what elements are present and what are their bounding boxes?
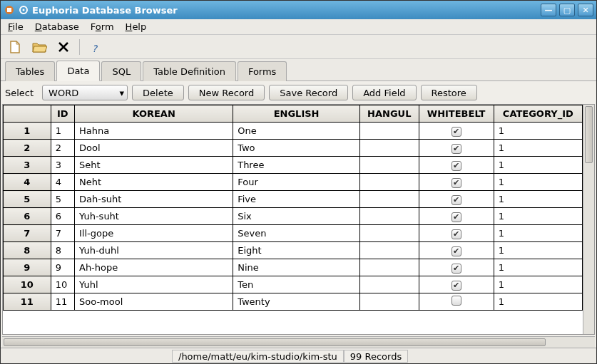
cell-whitebelt[interactable]: ✔: [419, 225, 494, 242]
close-button[interactable]: ✕: [578, 4, 593, 16]
row-number[interactable]: 9: [4, 259, 51, 276]
row-number[interactable]: 11: [4, 293, 51, 311]
cell-english[interactable]: Four: [233, 174, 360, 191]
cell-whitebelt[interactable]: ✔: [419, 174, 494, 191]
checkbox-icon[interactable]: ✔: [451, 144, 461, 154]
cell-whitebelt[interactable]: ✔: [419, 208, 494, 225]
table-row[interactable]: 22DoolTwo✔1: [4, 140, 583, 157]
cell-korean[interactable]: Ah-hope: [74, 259, 233, 276]
restore-button[interactable]: Restore: [421, 85, 477, 100]
vertical-scrollbar[interactable]: [583, 105, 594, 334]
row-number[interactable]: 3: [4, 157, 51, 174]
cell-english[interactable]: Twenty: [233, 293, 360, 311]
checkbox-icon[interactable]: [451, 296, 461, 306]
tab-sql[interactable]: SQL: [101, 61, 141, 81]
cell-category[interactable]: 1: [494, 242, 582, 259]
tab-tabledef[interactable]: Table Definition: [143, 61, 236, 81]
cell-id[interactable]: 11: [51, 293, 74, 311]
cell-english[interactable]: Seven: [233, 225, 360, 242]
row-number[interactable]: 8: [4, 242, 51, 259]
checkbox-icon[interactable]: ✔: [451, 246, 461, 256]
cell-korean[interactable]: Dool: [74, 140, 233, 157]
cell-id[interactable]: 1: [51, 123, 74, 140]
cell-whitebelt[interactable]: ✔: [419, 259, 494, 276]
cell-category[interactable]: 1: [494, 123, 582, 140]
col-english[interactable]: ENGLISH: [233, 105, 360, 123]
cell-english[interactable]: Three: [233, 157, 360, 174]
cell-category[interactable]: 1: [494, 259, 582, 276]
row-number[interactable]: 5: [4, 191, 51, 208]
cell-id[interactable]: 5: [51, 191, 74, 208]
minimize-button[interactable]: —: [541, 4, 556, 16]
cell-hangul[interactable]: [359, 259, 419, 276]
col-rownum[interactable]: [4, 105, 51, 123]
scrollbar-thumb[interactable]: [585, 106, 593, 163]
scrollbar-thumb[interactable]: [4, 338, 546, 346]
cell-hangul[interactable]: [359, 174, 419, 191]
cell-category[interactable]: 1: [494, 276, 582, 293]
cell-category[interactable]: 1: [494, 225, 582, 242]
checkbox-icon[interactable]: ✔: [451, 212, 461, 222]
cell-whitebelt[interactable]: ✔: [419, 157, 494, 174]
cell-english[interactable]: Six: [233, 208, 360, 225]
checkbox-icon[interactable]: ✔: [451, 229, 461, 239]
cell-category[interactable]: 1: [494, 191, 582, 208]
row-number[interactable]: 2: [4, 140, 51, 157]
new-record-button[interactable]: New Record: [188, 85, 265, 100]
cell-id[interactable]: 7: [51, 225, 74, 242]
table-row[interactable]: 11HahnaOne✔1: [4, 123, 583, 140]
new-file-icon[interactable]: [6, 38, 24, 56]
row-number[interactable]: 6: [4, 208, 51, 225]
help-icon[interactable]: ?: [87, 38, 104, 56]
table-row[interactable]: 66Yuh-suhtSix✔1: [4, 208, 583, 225]
checkbox-icon[interactable]: ✔: [451, 161, 461, 171]
delete-icon[interactable]: [55, 38, 72, 56]
delete-button[interactable]: Delete: [132, 85, 184, 100]
cell-id[interactable]: 2: [51, 140, 74, 157]
cell-hangul[interactable]: [359, 242, 419, 259]
cell-hangul[interactable]: [359, 191, 419, 208]
menu-file[interactable]: File: [5, 20, 26, 33]
add-field-button[interactable]: Add Field: [352, 85, 416, 100]
cell-whitebelt[interactable]: ✔: [419, 123, 494, 140]
horizontal-scrollbar[interactable]: [2, 336, 595, 348]
table-row[interactable]: 88Yuh-duhlEight✔1: [4, 242, 583, 259]
col-hangul[interactable]: HANGUL: [359, 105, 419, 123]
cell-hangul[interactable]: [359, 276, 419, 293]
cell-id[interactable]: 8: [51, 242, 74, 259]
row-number[interactable]: 1: [4, 123, 51, 140]
cell-korean[interactable]: Neht: [74, 174, 233, 191]
col-id[interactable]: ID: [51, 105, 74, 123]
menu-form[interactable]: Form: [88, 20, 117, 33]
titlebar[interactable]: Euphoria Database Browser — ▢ ✕: [1, 1, 596, 19]
cell-id[interactable]: 4: [51, 174, 74, 191]
cell-category[interactable]: 1: [494, 140, 582, 157]
cell-korean[interactable]: Soo-mool: [74, 293, 233, 311]
row-number[interactable]: 7: [4, 225, 51, 242]
table-row[interactable]: 1111Soo-moolTwenty1: [4, 293, 583, 311]
table-row[interactable]: 1010YuhlTen✔1: [4, 276, 583, 293]
cell-category[interactable]: 1: [494, 157, 582, 174]
cell-korean[interactable]: Yuh-duhl: [74, 242, 233, 259]
cell-korean[interactable]: Hahna: [74, 123, 233, 140]
cell-english[interactable]: Eight: [233, 242, 360, 259]
cell-english[interactable]: Nine: [233, 259, 360, 276]
cell-hangul[interactable]: [359, 293, 419, 311]
table-row[interactable]: 44NehtFour✔1: [4, 174, 583, 191]
cell-korean[interactable]: Ill-gope: [74, 225, 233, 242]
cell-english[interactable]: Five: [233, 191, 360, 208]
cell-id[interactable]: 10: [51, 276, 74, 293]
cell-hangul[interactable]: [359, 208, 419, 225]
table-row[interactable]: 99Ah-hopeNine✔1: [4, 259, 583, 276]
cell-english[interactable]: Ten: [233, 276, 360, 293]
tab-tables[interactable]: Tables: [5, 61, 55, 81]
cell-whitebelt[interactable]: [419, 293, 494, 311]
cell-category[interactable]: 1: [494, 293, 582, 311]
table-select[interactable]: WORD ▾: [42, 85, 128, 100]
cell-hangul[interactable]: [359, 140, 419, 157]
maximize-button[interactable]: ▢: [559, 4, 575, 16]
cell-hangul[interactable]: [359, 225, 419, 242]
tab-data[interactable]: Data: [56, 61, 100, 81]
table-row[interactable]: 33SehtThree✔1: [4, 157, 583, 174]
cell-hangul[interactable]: [359, 123, 419, 140]
